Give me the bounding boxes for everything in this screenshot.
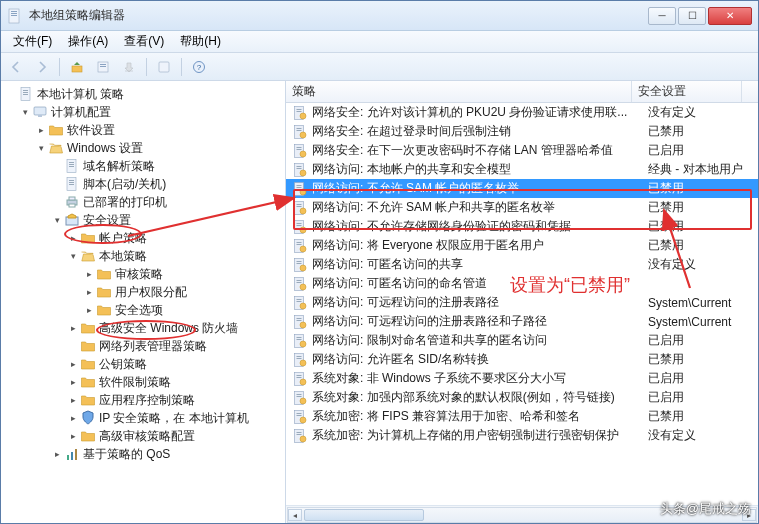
forward-button[interactable]	[31, 56, 53, 78]
tree-item[interactable]: ▾本地策略	[1, 247, 285, 265]
tree-item[interactable]: ▸审核策略	[1, 265, 285, 283]
tree-twisty-icon[interactable]	[51, 160, 63, 172]
close-button[interactable]: ✕	[708, 7, 752, 25]
properties-button[interactable]	[92, 56, 114, 78]
policy-row[interactable]: 网络安全: 在超过登录时间后强制注销已禁用	[286, 122, 758, 141]
svg-point-83	[300, 341, 306, 347]
maximize-button[interactable]: ☐	[678, 7, 706, 25]
svg-point-99	[300, 417, 306, 423]
header-setting[interactable]: 安全设置	[632, 81, 742, 102]
tree-item[interactable]: ▸软件设置	[1, 121, 285, 139]
svg-rect-41	[297, 147, 302, 148]
tree-twisty-icon[interactable]: ▸	[67, 232, 79, 244]
tree-twisty-icon[interactable]	[51, 196, 63, 208]
tree-twisty-icon[interactable]	[67, 340, 79, 352]
policy-value: System\Current	[648, 315, 758, 329]
tree-item[interactable]: ▸IP 安全策略，在 本地计算机	[1, 409, 285, 427]
tree-twisty-icon[interactable]: ▸	[67, 322, 79, 334]
tree-pane[interactable]: 本地计算机 策略▾计算机配置▸软件设置▾Windows 设置域名解析策略脚本(启…	[1, 81, 286, 523]
policy-row[interactable]: 网络访问: 不允许 SAM 帐户的匿名枚举已禁用	[286, 179, 758, 198]
tree-item[interactable]: 网络列表管理器策略	[1, 337, 285, 355]
tree-item[interactable]: ▾安全设置	[1, 211, 285, 229]
export-button[interactable]	[118, 56, 140, 78]
svg-rect-1	[11, 11, 17, 12]
tree-twisty-icon[interactable]: ▸	[67, 412, 79, 424]
tree-twisty-icon[interactable]: ▾	[19, 106, 31, 118]
header-policy[interactable]: 策略	[286, 81, 632, 102]
svg-point-79	[300, 322, 306, 328]
tree-twisty-icon[interactable]: ▾	[51, 214, 63, 226]
tree-item[interactable]: ▸公钥策略	[1, 355, 285, 373]
policy-row[interactable]: 网络访问: 可匿名访问的共享没有定义	[286, 255, 758, 274]
app-icon	[7, 8, 23, 24]
list-body[interactable]: 网络安全: 允许对该计算机的 PKU2U 身份验证请求使用联...没有定义网络安…	[286, 103, 758, 505]
svg-rect-49	[297, 185, 302, 186]
policy-row[interactable]: 系统对象: 加强内部系统对象的默认权限(例如，符号链接)已启用	[286, 388, 758, 407]
menu-action[interactable]: 操作(A)	[60, 33, 116, 50]
policy-row[interactable]: 网络访问: 允许匿名 SID/名称转换已禁用	[286, 350, 758, 369]
tree-twisty-icon[interactable]: ▾	[35, 142, 47, 154]
policy-row[interactable]: 网络访问: 可远程访问的注册表路径System\Current	[286, 293, 758, 312]
scroll-thumb[interactable]	[304, 509, 424, 521]
tree-twisty-icon[interactable]: ▸	[67, 376, 79, 388]
policy-row[interactable]: 网络访问: 不允许 SAM 帐户和共享的匿名枚举已禁用	[286, 198, 758, 217]
tree-node-icon	[80, 392, 96, 408]
policy-row[interactable]: 网络访问: 将 Everyone 权限应用于匿名用户已禁用	[286, 236, 758, 255]
tree-item[interactable]: ▸软件限制策略	[1, 373, 285, 391]
tree-item[interactable]: ▾计算机配置	[1, 103, 285, 121]
svg-rect-53	[297, 204, 302, 205]
tree-twisty-icon[interactable]: ▾	[67, 250, 79, 262]
tree-twisty-icon[interactable]	[51, 178, 63, 190]
policy-row[interactable]: 系统对象: 非 Windows 子系统不要求区分大小写已启用	[286, 369, 758, 388]
policy-row[interactable]: 网络访问: 限制对命名管道和共享的匿名访问已启用	[286, 331, 758, 350]
tree-item[interactable]: 已部署的打印机	[1, 193, 285, 211]
tree-node-icon	[80, 410, 96, 426]
tree-item[interactable]: ▸安全选项	[1, 301, 285, 319]
scroll-left-button[interactable]: ◂	[288, 509, 302, 521]
tree-twisty-icon[interactable]: ▸	[67, 394, 79, 406]
svg-point-47	[300, 170, 306, 176]
policy-icon	[292, 162, 308, 178]
tree-twisty-icon[interactable]: ▸	[35, 124, 47, 136]
refresh-button[interactable]	[153, 56, 175, 78]
tree-item[interactable]: 脚本(启动/关机)	[1, 175, 285, 193]
policy-row[interactable]: 网络访问: 不允许存储网络身份验证的密码和凭据已禁用	[286, 217, 758, 236]
menu-file[interactable]: 文件(F)	[5, 33, 60, 50]
tree-twisty-icon[interactable]: ▸	[83, 286, 95, 298]
menu-help[interactable]: 帮助(H)	[172, 33, 229, 50]
tree-twisty-icon[interactable]: ▸	[83, 268, 95, 280]
up-button[interactable]	[66, 56, 88, 78]
tree-item[interactable]: ▸用户权限分配	[1, 283, 285, 301]
policy-row[interactable]: 网络访问: 本地帐户的共享和安全模型经典 - 对本地用户	[286, 160, 758, 179]
tree-twisty-icon[interactable]: ▸	[67, 358, 79, 370]
policy-row[interactable]: 网络访问: 可远程访问的注册表路径和子路径System\Current	[286, 312, 758, 331]
tree-item[interactable]: ▸高级审核策略配置	[1, 427, 285, 445]
policy-row[interactable]: 系统加密: 为计算机上存储的用户密钥强制进行强密钥保护没有定义	[286, 426, 758, 445]
help-button[interactable]: ?	[188, 56, 210, 78]
tree-twisty-icon[interactable]: ▸	[51, 448, 63, 460]
tree-item[interactable]: 域名解析策略	[1, 157, 285, 175]
minimize-button[interactable]: ─	[648, 7, 676, 25]
policy-row[interactable]: 网络安全: 允许对该计算机的 PKU2U 身份验证请求使用联...没有定义	[286, 103, 758, 122]
menu-view[interactable]: 查看(V)	[116, 33, 172, 50]
policy-row[interactable]: 系统加密: 将 FIPS 兼容算法用于加密、哈希和签名已禁用	[286, 407, 758, 426]
tree-item[interactable]: ▸基于策略的 QoS	[1, 445, 285, 463]
toolbar: ?	[1, 53, 758, 81]
tree-item-label: 安全选项	[115, 302, 163, 319]
tree-twisty-icon[interactable]	[5, 88, 17, 100]
tree-node-icon	[18, 86, 34, 102]
tree-item[interactable]: ▸应用程序控制策略	[1, 391, 285, 409]
tree-item[interactable]: 本地计算机 策略	[1, 85, 285, 103]
back-button[interactable]	[5, 56, 27, 78]
tree-item[interactable]: ▸帐户策略	[1, 229, 285, 247]
tree-item[interactable]: ▸高级安全 Windows 防火墙	[1, 319, 285, 337]
tree-node-icon	[80, 356, 96, 372]
policy-name: 网络访问: 允许匿名 SID/名称转换	[312, 351, 648, 368]
svg-rect-30	[71, 452, 73, 460]
tree-item[interactable]: ▾Windows 设置	[1, 139, 285, 157]
svg-rect-85	[297, 356, 302, 357]
tree-twisty-icon[interactable]: ▸	[83, 304, 95, 316]
policy-row[interactable]: 网络安全: 在下一次更改密码时不存储 LAN 管理器哈希值已启用	[286, 141, 758, 160]
tree-twisty-icon[interactable]: ▸	[67, 430, 79, 442]
policy-row[interactable]: 网络访问: 可匿名访问的命名管道	[286, 274, 758, 293]
